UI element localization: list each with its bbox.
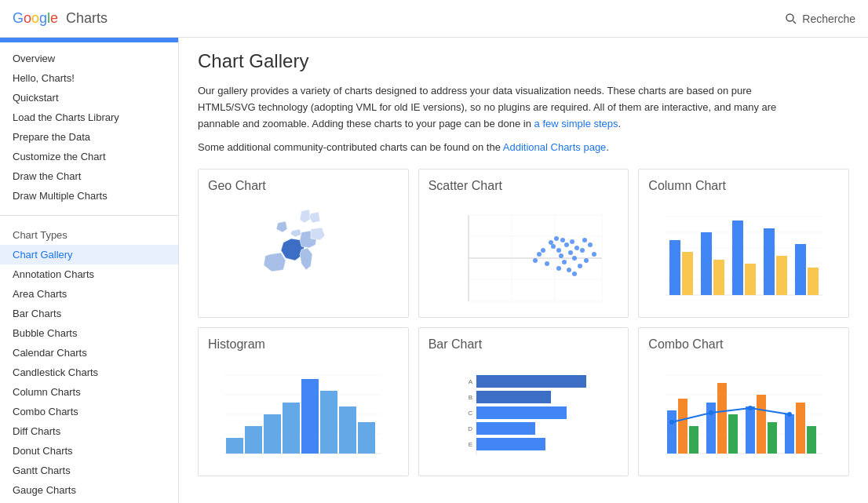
svg-rect-67 <box>476 391 551 403</box>
svg-rect-69 <box>476 422 535 435</box>
svg-rect-61 <box>301 379 319 454</box>
header: Google Charts Recherche <box>0 0 868 38</box>
svg-point-34 <box>572 272 577 276</box>
sidebar-item-gantt-charts[interactable]: Gantt Charts <box>0 461 178 480</box>
logo-text: Google <box>13 10 58 27</box>
sidebar-item-annotation-charts[interactable]: Annotation Charts <box>0 264 178 284</box>
svg-rect-83 <box>689 426 698 454</box>
geo-chart-card[interactable]: Geo Chart <box>198 169 409 318</box>
svg-rect-64 <box>358 422 375 454</box>
svg-point-17 <box>568 250 573 255</box>
sidebar-item-draw-multiple[interactable]: Draw Multiple Charts <box>0 186 178 206</box>
sidebar-item-quickstart[interactable]: Quickstart <box>0 88 178 108</box>
svg-point-19 <box>570 239 574 244</box>
sidebar-item-area-charts[interactable]: Area Charts <box>0 284 178 304</box>
geo-chart-visual <box>208 199 399 309</box>
sidebar-item-bubble-charts[interactable]: Bubble Charts <box>0 323 178 343</box>
page-title: Chart Gallery <box>198 50 849 72</box>
sidebar-item-diff-charts[interactable]: Diff Charts <box>0 421 178 441</box>
sidebar-item-load-charts[interactable]: Load the Charts Library <box>0 108 178 127</box>
svg-point-24 <box>584 258 589 263</box>
sidebar-item-prepare-data[interactable]: Prepare the Data <box>0 127 178 147</box>
intro-text-1: Our gallery provides a variety of charts… <box>198 85 776 129</box>
svg-point-93 <box>669 420 674 425</box>
sidebar-item-hello-charts[interactable]: Hello, Charts! <box>0 68 178 88</box>
svg-rect-51 <box>808 268 819 295</box>
sidebar-item-bar-charts[interactable]: Bar Charts <box>0 304 178 323</box>
sidebar-item-geo-charts[interactable]: GeoCharts <box>0 500 178 503</box>
svg-point-35 <box>556 266 561 271</box>
geo-chart-svg <box>217 207 389 309</box>
sidebar-item-candlestick-charts[interactable]: Candlestick Charts <box>0 363 178 382</box>
svg-rect-68 <box>476 406 567 419</box>
svg-point-94 <box>709 410 713 415</box>
histogram-visual <box>208 358 399 468</box>
svg-rect-82 <box>678 399 687 454</box>
intro-text-1-end: . <box>618 118 622 129</box>
sidebar-item-donut-charts[interactable]: Donut Charts <box>0 441 178 461</box>
sidebar-item-calendar-charts[interactable]: Calendar Charts <box>0 343 178 363</box>
svg-rect-59 <box>264 414 281 454</box>
svg-rect-43 <box>682 252 693 295</box>
search-label[interactable]: Recherche <box>802 13 855 25</box>
svg-point-14 <box>560 238 565 242</box>
combo-chart-card[interactable]: Combo Chart <box>638 327 849 476</box>
svg-text:E: E <box>469 441 472 448</box>
column-chart-svg <box>658 209 830 303</box>
svg-rect-60 <box>283 403 300 454</box>
combo-chart-visual <box>648 358 839 468</box>
svg-rect-81 <box>667 410 677 454</box>
combo-chart-title: Combo Chart <box>648 337 839 352</box>
scatter-chart-card[interactable]: Scatter Chart <box>418 169 629 318</box>
svg-text:B: B <box>469 394 472 401</box>
svg-rect-70 <box>476 438 545 450</box>
scatter-chart-title: Scatter Chart <box>429 179 619 193</box>
svg-point-22 <box>572 256 577 261</box>
intro-paragraph-2: Some additional community-contributed ch… <box>198 140 794 156</box>
svg-text:A: A <box>469 378 473 385</box>
svg-rect-42 <box>669 240 680 295</box>
logo: Google Charts <box>13 10 108 27</box>
svg-point-11 <box>549 240 553 245</box>
histogram-card[interactable]: Histogram <box>198 327 409 476</box>
sidebar-item-customize-chart[interactable]: Customize the Chart <box>0 147 178 166</box>
column-chart-visual <box>648 199 839 309</box>
svg-point-20 <box>574 246 579 250</box>
sidebar-item-draw-chart[interactable]: Draw the Chart <box>0 166 178 186</box>
content-area: Chart Gallery Our gallery provides a var… <box>179 38 868 503</box>
svg-point-33 <box>567 268 571 272</box>
sidebar: Overview Hello, Charts! Quickstart Load … <box>0 38 179 503</box>
combo-chart-svg <box>658 367 830 461</box>
svg-point-26 <box>537 252 542 257</box>
main-layout: Overview Hello, Charts! Quickstart Load … <box>0 38 868 503</box>
search-area: Recherche <box>785 13 855 25</box>
svg-rect-63 <box>339 406 356 454</box>
svg-point-13 <box>551 244 556 249</box>
svg-point-28 <box>545 261 549 266</box>
scatter-chart-visual <box>429 199 619 309</box>
column-chart-card[interactable]: Column Chart <box>638 169 849 318</box>
svg-rect-50 <box>795 244 806 295</box>
svg-point-21 <box>562 260 567 264</box>
svg-rect-91 <box>796 403 805 454</box>
sidebar-item-column-charts[interactable]: Column Charts <box>0 382 178 402</box>
sidebar-divider <box>0 215 178 216</box>
geo-chart-title: Geo Chart <box>208 179 399 193</box>
sidebar-item-chart-gallery[interactable]: Chart Gallery <box>0 245 178 264</box>
sidebar-item-gauge-charts[interactable]: Gauge Charts <box>0 480 178 500</box>
sidebar-chart-types-label: Chart Types <box>0 225 178 245</box>
svg-point-16 <box>564 242 569 247</box>
chart-gallery-grid: Geo Chart <box>198 169 849 476</box>
svg-rect-66 <box>476 375 586 388</box>
svg-point-27 <box>533 258 538 263</box>
bar-chart-title: Bar Chart <box>429 337 619 352</box>
sidebar-item-combo-charts[interactable]: Combo Charts <box>0 402 178 421</box>
few-simple-steps-link[interactable]: a few simple steps <box>534 118 618 129</box>
histogram-svg <box>217 367 389 461</box>
bar-chart-card[interactable]: Bar Chart <box>418 327 629 476</box>
svg-point-29 <box>541 248 545 253</box>
intro-text-2-end: . <box>606 141 609 153</box>
additional-charts-link[interactable]: Additional Charts page <box>503 141 607 153</box>
sidebar-item-overview[interactable]: Overview <box>0 49 178 68</box>
svg-text:D: D <box>468 425 472 432</box>
